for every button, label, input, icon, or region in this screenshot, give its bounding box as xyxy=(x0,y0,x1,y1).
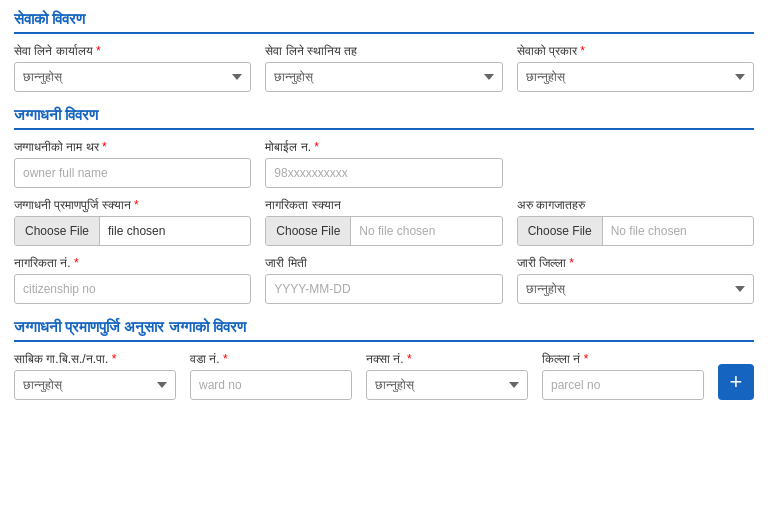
other-docs-filename: No file chosen xyxy=(603,224,695,238)
citizenship-scan-col: नागरिकता स्क्यान Choose File No file cho… xyxy=(265,198,502,246)
citizenship-no-input[interactable] xyxy=(14,274,251,304)
service-type-col: सेवाको प्रकार * छान्नुहोस् xyxy=(517,44,754,92)
mobile-label: मोबाईल न. * xyxy=(265,140,502,154)
land-cert-filename: file chosen xyxy=(100,224,173,238)
map-no-select[interactable]: छान्नुहोस् xyxy=(366,370,528,400)
map-no-label: नक्सा नं. * xyxy=(366,352,528,366)
ward-col: वडा नं. * xyxy=(190,352,352,400)
owner-name-col: जग्गाधनीको नाम थर * xyxy=(14,140,251,188)
issue-district-select[interactable]: छान्नुहोस् xyxy=(517,274,754,304)
parcel-label: किल्ला नं * xyxy=(542,352,704,366)
land-cert-choose-btn[interactable]: Choose File xyxy=(15,217,100,245)
ward-input[interactable] xyxy=(190,370,352,400)
service-type-label: सेवाको प्रकार * xyxy=(517,44,754,58)
issue-date-input[interactable] xyxy=(265,274,502,304)
citizenship-scan-file-wrapper: Choose File No file chosen xyxy=(265,216,502,246)
other-docs-col: अरु कागजातहरु Choose File No file chosen xyxy=(517,198,754,246)
service-local-col: सेवा लिने स्थानिय तह छान्नुहोस् xyxy=(265,44,502,92)
citizenship-scan-filename: No file chosen xyxy=(351,224,443,238)
owner-name-label: जग्गाधनीको नाम थर * xyxy=(14,140,251,154)
vdc-select[interactable]: छान्नुहोस् xyxy=(14,370,176,400)
mobile-input[interactable] xyxy=(265,158,502,188)
owner-section-title: जग्गाधनी विवरण xyxy=(14,106,754,130)
issue-district-col: जारी जिल्ला * छान्नुहोस् xyxy=(517,256,754,304)
empty-col xyxy=(517,140,754,188)
owner-name-input[interactable] xyxy=(14,158,251,188)
service-local-select[interactable]: छान्नुहोस् xyxy=(265,62,502,92)
service-section: सेवाको विवरण सेवा लिने कार्यालय * छान्नु… xyxy=(14,10,754,92)
issue-date-col: जारी मिती xyxy=(265,256,502,304)
issue-date-label: जारी मिती xyxy=(265,256,502,270)
land-cert-file-wrapper: Choose File file chosen xyxy=(14,216,251,246)
service-section-title: सेवाको विवरण xyxy=(14,10,754,34)
citizenship-no-col: नागरिकता नं. * xyxy=(14,256,251,304)
service-local-label: सेवा लिने स्थानिय तह xyxy=(265,44,502,58)
name-mobile-row: जग्गाधनीको नाम थर * मोबाईल न. * xyxy=(14,140,754,188)
ward-label: वडा नं. * xyxy=(190,352,352,366)
map-no-col: नक्सा नं. * छान्नुहोस् xyxy=(366,352,528,400)
files-row: जग्गाधनी प्रमाणपुर्जि स्क्यान * Choose F… xyxy=(14,198,754,246)
other-docs-choose-btn[interactable]: Choose File xyxy=(518,217,603,245)
other-docs-file-wrapper: Choose File No file chosen xyxy=(517,216,754,246)
issue-district-label: जारी जिल्ला * xyxy=(517,256,754,270)
land-section-title: जग्गाधनी प्रमाणपुर्जि अनुसार जग्गाको विव… xyxy=(14,318,754,342)
land-cert-label: जग्गाधनी प्रमाणपुर्जि स्क्यान * xyxy=(14,198,251,212)
add-land-btn[interactable]: + xyxy=(718,364,754,400)
parcel-col: किल्ला नं * xyxy=(542,352,704,400)
service-row: सेवा लिने कार्यालय * छान्नुहोस् सेवा लिन… xyxy=(14,44,754,92)
service-office-label: सेवा लिने कार्यालय * xyxy=(14,44,251,58)
other-docs-label: अरु कागजातहरु xyxy=(517,198,754,212)
mobile-col: मोबाईल न. * xyxy=(265,140,502,188)
citizenship-no-label: नागरिकता नं. * xyxy=(14,256,251,270)
citizenship-row: नागरिकता नं. * जारी मिती जारी जिल्ला * छ… xyxy=(14,256,754,304)
parcel-input[interactable] xyxy=(542,370,704,400)
vdc-col: साबिक गा.बि.स./न.पा. * छान्नुहोस् xyxy=(14,352,176,400)
service-office-col: सेवा लिने कार्यालय * छान्नुहोस् xyxy=(14,44,251,92)
service-type-select[interactable]: छान्नुहोस् xyxy=(517,62,754,92)
vdc-label: साबिक गा.बि.स./न.पा. * xyxy=(14,352,176,366)
citizenship-scan-choose-btn[interactable]: Choose File xyxy=(266,217,351,245)
service-office-select[interactable]: छान्नुहोस् xyxy=(14,62,251,92)
land-details-row: साबिक गा.बि.स./न.पा. * छान्नुहोस् वडा नं… xyxy=(14,352,754,400)
land-section: जग्गाधनी प्रमाणपुर्जि अनुसार जग्गाको विव… xyxy=(14,318,754,400)
citizenship-scan-label: नागरिकता स्क्यान xyxy=(265,198,502,212)
land-cert-col: जग्गाधनी प्रमाणपुर्जि स्क्यान * Choose F… xyxy=(14,198,251,246)
owner-section: जग्गाधनी विवरण जग्गाधनीको नाम थर * मोबाई… xyxy=(14,106,754,304)
